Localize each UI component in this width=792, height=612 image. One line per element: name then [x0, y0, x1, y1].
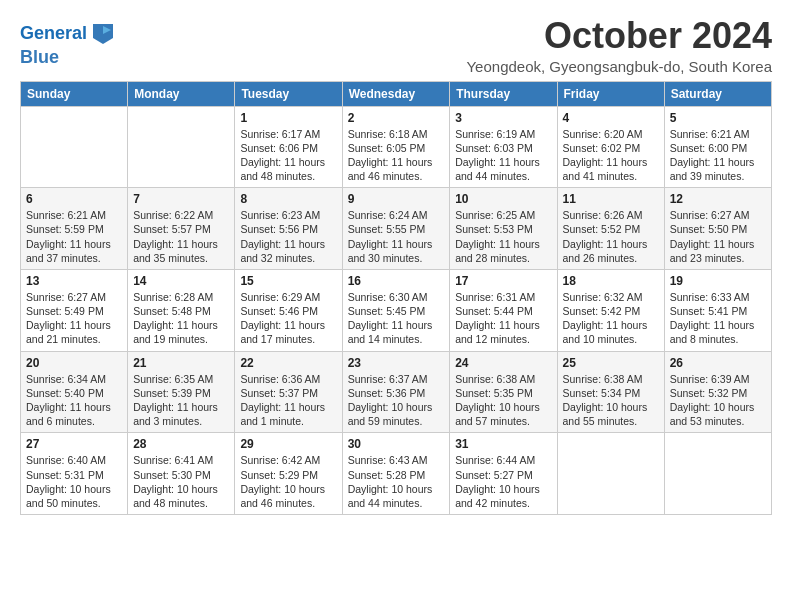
sunset-text: Sunset: 5:49 PM [26, 305, 104, 317]
day-number: 18 [563, 274, 659, 288]
sunrise-text: Sunrise: 6:44 AM [455, 454, 535, 466]
calendar-week-row: 27 Sunrise: 6:40 AM Sunset: 5:31 PM Dayl… [21, 433, 772, 515]
sunset-text: Sunset: 5:29 PM [240, 469, 318, 481]
day-number: 29 [240, 437, 336, 451]
cell-info: Sunrise: 6:42 AM Sunset: 5:29 PM Dayligh… [240, 453, 336, 510]
sunrise-text: Sunrise: 6:21 AM [26, 209, 106, 221]
day-number: 24 [455, 356, 551, 370]
daylight-text: Daylight: 11 hours and 14 minutes. [348, 319, 433, 345]
cell-info: Sunrise: 6:29 AM Sunset: 5:46 PM Dayligh… [240, 290, 336, 347]
sunset-text: Sunset: 5:50 PM [670, 223, 748, 235]
sunrise-text: Sunrise: 6:40 AM [26, 454, 106, 466]
sunset-text: Sunset: 5:39 PM [133, 387, 211, 399]
sunrise-text: Sunrise: 6:26 AM [563, 209, 643, 221]
cell-info: Sunrise: 6:21 AM Sunset: 5:59 PM Dayligh… [26, 208, 122, 265]
calendar-cell: 24 Sunrise: 6:38 AM Sunset: 5:35 PM Dayl… [450, 351, 557, 433]
calendar-table: SundayMondayTuesdayWednesdayThursdayFrid… [20, 81, 772, 515]
weekday-header: Tuesday [235, 81, 342, 106]
sunrise-text: Sunrise: 6:19 AM [455, 128, 535, 140]
calendar-cell [21, 106, 128, 188]
weekday-header: Thursday [450, 81, 557, 106]
calendar-cell: 9 Sunrise: 6:24 AM Sunset: 5:55 PM Dayli… [342, 188, 450, 270]
day-number: 12 [670, 192, 766, 206]
cell-info: Sunrise: 6:31 AM Sunset: 5:44 PM Dayligh… [455, 290, 551, 347]
sunset-text: Sunset: 5:27 PM [455, 469, 533, 481]
sunrise-text: Sunrise: 6:27 AM [670, 209, 750, 221]
daylight-text: Daylight: 10 hours and 59 minutes. [348, 401, 433, 427]
cell-info: Sunrise: 6:44 AM Sunset: 5:27 PM Dayligh… [455, 453, 551, 510]
calendar-cell: 29 Sunrise: 6:42 AM Sunset: 5:29 PM Dayl… [235, 433, 342, 515]
daylight-text: Daylight: 10 hours and 46 minutes. [240, 483, 325, 509]
cell-info: Sunrise: 6:17 AM Sunset: 6:06 PM Dayligh… [240, 127, 336, 184]
day-number: 5 [670, 111, 766, 125]
calendar-cell: 16 Sunrise: 6:30 AM Sunset: 5:45 PM Dayl… [342, 269, 450, 351]
sunset-text: Sunset: 5:59 PM [26, 223, 104, 235]
calendar-cell: 1 Sunrise: 6:17 AM Sunset: 6:06 PM Dayli… [235, 106, 342, 188]
daylight-text: Daylight: 10 hours and 44 minutes. [348, 483, 433, 509]
sunset-text: Sunset: 6:05 PM [348, 142, 426, 154]
day-number: 25 [563, 356, 659, 370]
weekday-header: Friday [557, 81, 664, 106]
day-number: 19 [670, 274, 766, 288]
cell-info: Sunrise: 6:27 AM Sunset: 5:49 PM Dayligh… [26, 290, 122, 347]
cell-info: Sunrise: 6:23 AM Sunset: 5:56 PM Dayligh… [240, 208, 336, 265]
sunrise-text: Sunrise: 6:38 AM [563, 373, 643, 385]
calendar-cell: 28 Sunrise: 6:41 AM Sunset: 5:30 PM Dayl… [128, 433, 235, 515]
daylight-text: Daylight: 10 hours and 48 minutes. [133, 483, 218, 509]
sunset-text: Sunset: 5:40 PM [26, 387, 104, 399]
cell-info: Sunrise: 6:26 AM Sunset: 5:52 PM Dayligh… [563, 208, 659, 265]
sunrise-text: Sunrise: 6:33 AM [670, 291, 750, 303]
daylight-text: Daylight: 11 hours and 1 minute. [240, 401, 325, 427]
sunrise-text: Sunrise: 6:39 AM [670, 373, 750, 385]
sunset-text: Sunset: 5:31 PM [26, 469, 104, 481]
cell-info: Sunrise: 6:36 AM Sunset: 5:37 PM Dayligh… [240, 372, 336, 429]
day-number: 7 [133, 192, 229, 206]
calendar-cell: 6 Sunrise: 6:21 AM Sunset: 5:59 PM Dayli… [21, 188, 128, 270]
daylight-text: Daylight: 10 hours and 53 minutes. [670, 401, 755, 427]
calendar-cell: 5 Sunrise: 6:21 AM Sunset: 6:00 PM Dayli… [664, 106, 771, 188]
weekday-header: Wednesday [342, 81, 450, 106]
sunset-text: Sunset: 5:41 PM [670, 305, 748, 317]
sunset-text: Sunset: 5:53 PM [455, 223, 533, 235]
daylight-text: Daylight: 11 hours and 44 minutes. [455, 156, 540, 182]
sunrise-text: Sunrise: 6:28 AM [133, 291, 213, 303]
sunset-text: Sunset: 5:34 PM [563, 387, 641, 399]
calendar-cell: 19 Sunrise: 6:33 AM Sunset: 5:41 PM Dayl… [664, 269, 771, 351]
daylight-text: Daylight: 11 hours and 8 minutes. [670, 319, 755, 345]
sunrise-text: Sunrise: 6:42 AM [240, 454, 320, 466]
sunset-text: Sunset: 5:55 PM [348, 223, 426, 235]
sunset-text: Sunset: 5:28 PM [348, 469, 426, 481]
daylight-text: Daylight: 11 hours and 12 minutes. [455, 319, 540, 345]
cell-info: Sunrise: 6:24 AM Sunset: 5:55 PM Dayligh… [348, 208, 445, 265]
day-number: 17 [455, 274, 551, 288]
location: Yeongdeok, Gyeongsangbuk-do, South Korea [466, 58, 772, 75]
sunrise-text: Sunrise: 6:35 AM [133, 373, 213, 385]
daylight-text: Daylight: 11 hours and 37 minutes. [26, 238, 111, 264]
daylight-text: Daylight: 11 hours and 26 minutes. [563, 238, 648, 264]
calendar-week-row: 20 Sunrise: 6:34 AM Sunset: 5:40 PM Dayl… [21, 351, 772, 433]
calendar-cell [664, 433, 771, 515]
calendar-cell: 8 Sunrise: 6:23 AM Sunset: 5:56 PM Dayli… [235, 188, 342, 270]
cell-info: Sunrise: 6:32 AM Sunset: 5:42 PM Dayligh… [563, 290, 659, 347]
calendar-cell: 12 Sunrise: 6:27 AM Sunset: 5:50 PM Dayl… [664, 188, 771, 270]
sunrise-text: Sunrise: 6:22 AM [133, 209, 213, 221]
sunrise-text: Sunrise: 6:23 AM [240, 209, 320, 221]
sunset-text: Sunset: 5:57 PM [133, 223, 211, 235]
sunrise-text: Sunrise: 6:37 AM [348, 373, 428, 385]
day-number: 26 [670, 356, 766, 370]
daylight-text: Daylight: 10 hours and 42 minutes. [455, 483, 540, 509]
calendar-cell: 15 Sunrise: 6:29 AM Sunset: 5:46 PM Dayl… [235, 269, 342, 351]
daylight-text: Daylight: 11 hours and 30 minutes. [348, 238, 433, 264]
day-number: 15 [240, 274, 336, 288]
sunrise-text: Sunrise: 6:27 AM [26, 291, 106, 303]
sunrise-text: Sunrise: 6:18 AM [348, 128, 428, 140]
logo-text: General [20, 24, 87, 44]
sunrise-text: Sunrise: 6:29 AM [240, 291, 320, 303]
daylight-text: Daylight: 11 hours and 23 minutes. [670, 238, 755, 264]
day-number: 8 [240, 192, 336, 206]
sunset-text: Sunset: 5:42 PM [563, 305, 641, 317]
day-number: 16 [348, 274, 445, 288]
weekday-header: Sunday [21, 81, 128, 106]
calendar-week-row: 1 Sunrise: 6:17 AM Sunset: 6:06 PM Dayli… [21, 106, 772, 188]
cell-info: Sunrise: 6:43 AM Sunset: 5:28 PM Dayligh… [348, 453, 445, 510]
